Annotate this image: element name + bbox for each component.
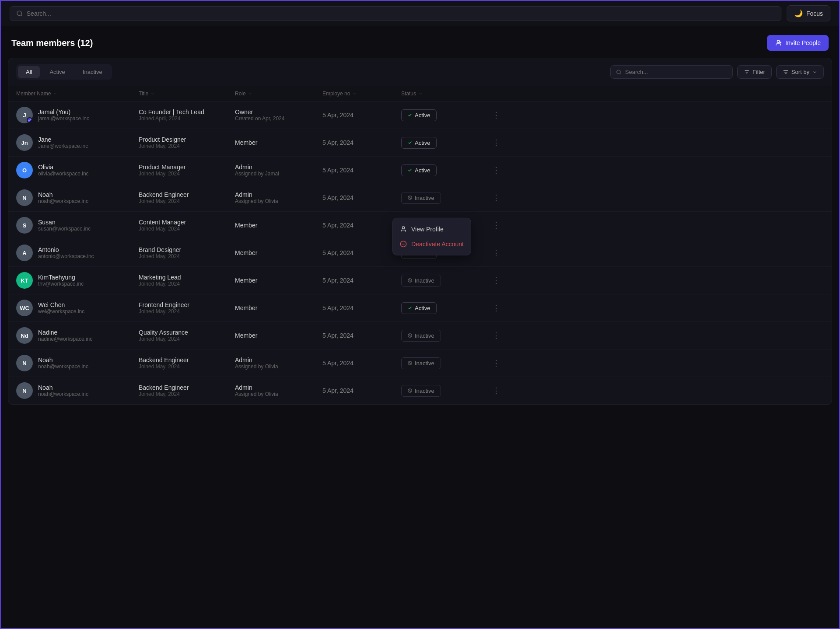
- filter-button[interactable]: Filter: [737, 65, 772, 79]
- member-name: Jamal (You): [38, 108, 89, 115]
- emp-cell: 5 Apr, 2024: [322, 112, 401, 119]
- emp-cell: 5 Apr, 2024: [322, 277, 401, 284]
- emp-cell: 5 Apr, 2024: [322, 304, 401, 311]
- more-button[interactable]: ⋮: [489, 136, 504, 149]
- more-actions-cell: ⋮: [489, 191, 506, 204]
- main-content: All Active Inactive Filter: [1, 58, 839, 416]
- title-cell: Quality Assurance Joined May, 2024: [139, 329, 235, 342]
- table-row: WC Wei Chen wei@workspace.inc Frontend E…: [8, 294, 832, 322]
- member-title: Marketing Lead: [139, 274, 235, 281]
- status-text: Inactive: [415, 332, 434, 339]
- table-body: J Jamal (You) jamal@workspace.inc Co Fou…: [8, 101, 832, 405]
- title-cell: Backend Engineer Joined May, 2024: [139, 384, 235, 397]
- sort-button[interactable]: Sort by: [776, 65, 824, 79]
- member-info: Wei Chen wei@workspace.inc: [38, 301, 84, 314]
- member-search-input[interactable]: [625, 69, 727, 75]
- status-text: Inactive: [415, 388, 434, 394]
- member-role: Admin: [235, 191, 322, 198]
- more-button[interactable]: ⋮: [489, 384, 504, 397]
- col-actions: [489, 91, 506, 97]
- emp-cell: 5 Apr, 2024: [322, 139, 401, 146]
- member-cell: N Noah noah@workspace.inc: [16, 189, 139, 206]
- member-joined: Joined May, 2024: [139, 198, 235, 204]
- tab-inactive[interactable]: Inactive: [75, 66, 110, 78]
- member-name: Jane: [38, 136, 88, 143]
- status-cell: Inactive: [401, 357, 489, 369]
- avatar: Nd: [16, 327, 33, 344]
- avatar: KT: [16, 272, 33, 289]
- status-badge: Inactive: [401, 275, 441, 287]
- more-button[interactable]: ⋮: [489, 301, 504, 314]
- emp-cell: 5 Apr, 2024: [322, 249, 401, 256]
- title-cell: Brand Designer Joined May, 2024: [139, 246, 235, 259]
- role-cell: Member: [235, 139, 322, 146]
- members-card: All Active Inactive Filter: [8, 58, 832, 405]
- tab-active[interactable]: Active: [42, 66, 73, 78]
- member-name: Susan: [38, 219, 91, 226]
- member-email: wei@workspace.inc: [38, 308, 84, 314]
- page-header: Team members (12) Invite People: [1, 26, 839, 58]
- status-badge: Active: [401, 302, 437, 314]
- sort-arrows-icon-5: [418, 91, 423, 96]
- active-check-icon: [408, 306, 412, 310]
- avatar-initials: N: [22, 388, 26, 394]
- deactivate-item[interactable]: Deactivate Account: [393, 237, 471, 252]
- member-cell: S Susan susan@workspace.inc: [16, 217, 139, 234]
- more-button[interactable]: ⋮: [489, 329, 504, 342]
- status-badge: Active: [401, 137, 437, 149]
- role-cell: Admin Assigned by Olivia: [235, 356, 322, 370]
- col-status: Status: [401, 91, 489, 97]
- sort-arrows-icon-2: [150, 91, 155, 96]
- member-joined: Joined May, 2024: [139, 308, 235, 314]
- more-actions-cell: ⋮: [489, 108, 506, 122]
- more-button[interactable]: ⋮: [489, 219, 504, 232]
- member-search-wrap[interactable]: [610, 65, 733, 79]
- status-cell: Active: [401, 302, 489, 314]
- table-row: N Noah noah@workspace.inc Backend Engine…: [8, 377, 832, 405]
- member-name: Noah: [38, 191, 88, 198]
- title-cell: Co Founder | Tech Lead Joined April, 202…: [139, 108, 235, 122]
- more-button[interactable]: ⋮: [489, 246, 504, 259]
- more-button[interactable]: ⋮: [489, 164, 504, 177]
- more-button[interactable]: ⋮: [489, 356, 504, 370]
- member-name: Noah: [38, 384, 88, 391]
- tab-all[interactable]: All: [18, 66, 40, 78]
- inactive-block-icon: [408, 361, 412, 365]
- member-name: KimTaehyung: [38, 274, 84, 281]
- table-row: J Jamal (You) jamal@workspace.inc Co Fou…: [8, 101, 832, 129]
- status-text: Active: [415, 305, 430, 311]
- avatar: O: [16, 162, 33, 178]
- member-email: noah@workspace.inc: [38, 363, 88, 370]
- view-profile-item[interactable]: View Profile: [393, 222, 471, 237]
- status-badge: Inactive: [401, 357, 441, 369]
- global-search-wrap[interactable]: [10, 6, 781, 21]
- status-cell: Inactive: [401, 330, 489, 342]
- member-email: noah@workspace.inc: [38, 198, 88, 204]
- svg-point-5: [617, 70, 621, 74]
- svg-point-0: [17, 11, 22, 16]
- table-row: KT KimTaehyung thv@workspace.inc Marketi…: [8, 267, 832, 294]
- member-joined: Joined May, 2024: [139, 363, 235, 370]
- more-button[interactable]: ⋮: [489, 108, 504, 122]
- more-button[interactable]: ⋮: [489, 191, 504, 204]
- title-cell: Product Manager Joined May, 2024: [139, 164, 235, 177]
- context-menu: View Profile Deactivate Account: [392, 218, 471, 255]
- svg-line-19: [409, 279, 411, 282]
- avatar: J: [16, 107, 33, 123]
- avatar-initials: N: [22, 360, 26, 367]
- member-joined: Joined May, 2024: [139, 226, 235, 232]
- search-icon: [16, 10, 23, 17]
- member-info: KimTaehyung thv@workspace.inc: [38, 274, 84, 287]
- member-name: Antonio: [38, 246, 94, 253]
- global-search-input[interactable]: [27, 10, 775, 17]
- avatar: WC: [16, 300, 33, 316]
- focus-button[interactable]: 🌙 Focus: [787, 5, 830, 21]
- status-badge: Inactive: [401, 192, 441, 204]
- col-role: Role: [235, 91, 322, 97]
- more-button[interactable]: ⋮: [489, 274, 504, 287]
- invite-people-button[interactable]: Invite People: [767, 35, 829, 51]
- filter-label: Filter: [752, 69, 765, 75]
- role-cell: Member: [235, 249, 322, 256]
- emp-cell: 5 Apr, 2024: [322, 360, 401, 367]
- table-row: O Olivia olivia@workspace.inc Product Ma…: [8, 157, 832, 184]
